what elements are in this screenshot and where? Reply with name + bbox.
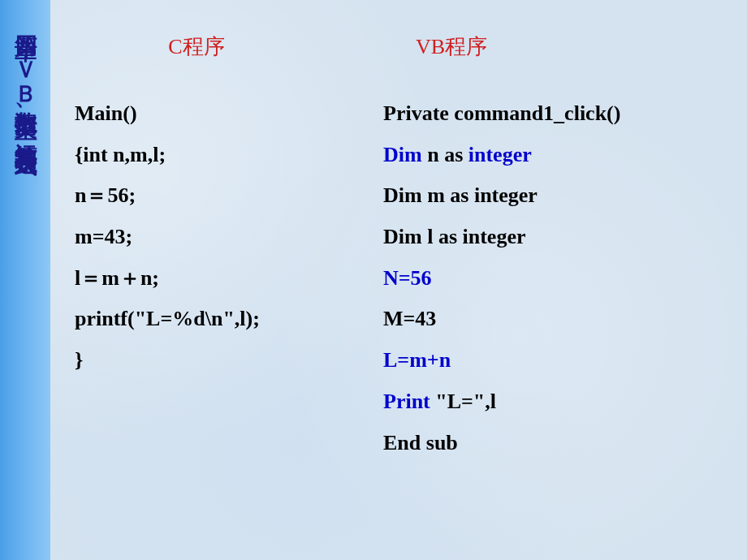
vb-text: n as [422,143,468,166]
c-line: m=43; [75,217,383,258]
vb-line: End sub [383,423,731,464]
c-column-title: C程序 [10,32,383,61]
vb-column-title: VB程序 [416,32,731,61]
vb-keyword: integer [468,143,532,166]
c-line: l＝m＋n; [75,258,383,299]
c-line: n＝56; [75,175,383,217]
vb-line: Private command1_click() [383,93,731,135]
vb-keyword: Print [383,390,430,413]
vb-line: Print "L=",l [383,381,731,423]
vb-line: L=m+n [383,340,731,381]
vb-text: "L=",l [430,390,496,413]
c-line: Main() [75,93,383,135]
vb-line: Dim l as integer [383,217,731,258]
sidebar: 第四章 ＶＢ数据类型、运算符和表达式 [0,0,50,560]
vb-code-column: VB程序 Private command1_click() Dim n as i… [383,32,731,463]
c-code-column: C程序 Main() {int n,m,l; n＝56; m=43; l＝m＋n… [75,32,383,463]
c-line: } [75,340,383,381]
c-line: printf("L=%d\n",l); [75,299,383,340]
code-columns: C程序 Main() {int n,m,l; n＝56; m=43; l＝m＋n… [75,32,731,463]
vb-line: N=56 [383,258,731,299]
c-line: {int n,m,l; [75,135,383,176]
main-content: C程序 Main() {int n,m,l; n＝56; m=43; l＝m＋n… [50,0,747,560]
vb-keyword: Dim [383,143,422,166]
vb-line: M=43 [383,299,731,340]
vb-line: Dim n as integer [383,135,731,176]
vb-line: Dim m as integer [383,175,731,217]
